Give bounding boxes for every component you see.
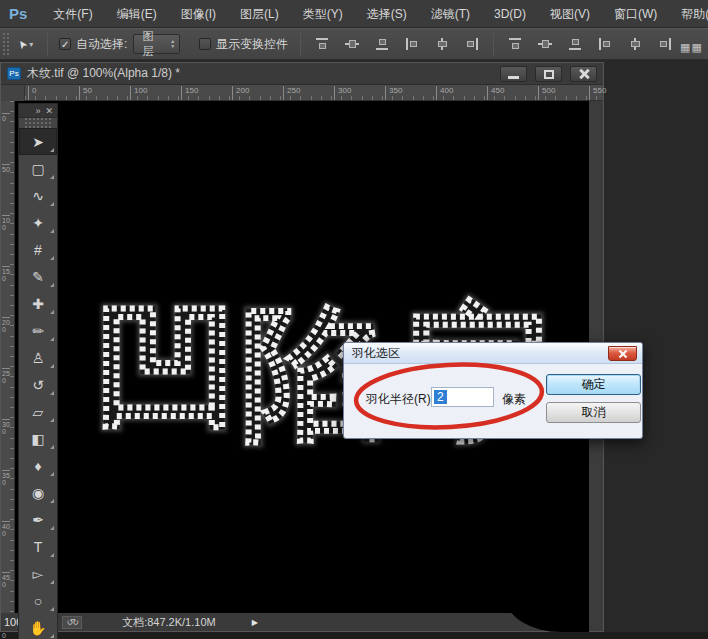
dialog-title: 羽化选区 <box>352 345 400 362</box>
ruler-tick-label: 400 <box>436 86 453 100</box>
distribute-icons <box>500 37 680 51</box>
path-selection-tool[interactable]: ▻ <box>19 560 57 587</box>
ruler-tick-label: 0 <box>28 86 36 100</box>
align-left-edges-icon[interactable] <box>404 37 420 51</box>
ruler-tick-label: 50 <box>79 86 92 100</box>
updown-arrows-icon: ▲▼ <box>170 39 175 49</box>
brush-tool[interactable]: ✏ <box>19 317 57 344</box>
ruler-tick-label: 200 <box>2 317 10 333</box>
canvas-char-selection: 凹 <box>94 292 239 454</box>
quick-selection-tool[interactable]: ✦ <box>19 209 57 236</box>
move-tool-icon: ➤ <box>15 36 31 51</box>
distribute-right-edges-icon[interactable] <box>657 37 673 51</box>
menu-select[interactable]: 选择(S) <box>355 0 419 28</box>
hand-tool[interactable]: ✋ <box>19 614 57 639</box>
tool-icon: ◧ <box>31 431 44 447</box>
clone-stamp-tool[interactable]: ♙ <box>19 344 57 371</box>
collapse-panel-icon[interactable]: » <box>35 106 40 116</box>
menu-image[interactable]: 图像(I) <box>169 0 228 28</box>
cancel-button[interactable]: 取消 <box>546 402 641 423</box>
ok-button[interactable]: 确定 <box>546 374 641 395</box>
align-vertical-centers-icon[interactable] <box>344 37 360 51</box>
tool-icon: ✦ <box>32 215 44 231</box>
tool-icon: ↺ <box>32 377 44 393</box>
ruler-tick-label: 150 <box>181 86 198 100</box>
ruler-tick-label: 50 <box>2 164 10 173</box>
document-titlebar[interactable]: Ps 木纹.tif @ 100%(Alpha 1/8) * <box>1 63 603 85</box>
show-transform-checkbox[interactable] <box>199 38 211 50</box>
distribute-vertical-centers-icon[interactable] <box>537 37 553 51</box>
pen-tool[interactable]: ✒ <box>19 506 57 533</box>
auto-select-checkbox[interactable]: ✓ <box>59 38 71 50</box>
healing-brush-tool[interactable]: ✚ <box>19 290 57 317</box>
tool-icon: ◉ <box>32 485 44 501</box>
dialog-close-button[interactable] <box>608 346 637 361</box>
feather-selection-dialog: 羽化选区 羽化半径(R): 2 像素 确定 取消 <box>343 342 643 439</box>
tool-icon: # <box>34 242 42 258</box>
close-icon <box>578 68 590 80</box>
menu-help[interactable]: 帮助(H) <box>669 0 708 28</box>
blur-tool[interactable]: ♦ <box>19 452 57 479</box>
divider <box>300 32 301 56</box>
menu-edit[interactable]: 编辑(E) <box>105 0 169 28</box>
dialog-titlebar[interactable]: 羽化选区 <box>344 343 642 364</box>
align-horizontal-centers-icon[interactable] <box>434 37 450 51</box>
close-button[interactable] <box>570 66 597 82</box>
auto-align-layers-icon[interactable] <box>680 37 696 51</box>
auto-select-target-dropdown[interactable]: 图层 ▲▼ <box>133 34 180 54</box>
history-brush-tool[interactable]: ↺ <box>19 371 57 398</box>
auto-select-label: 自动选择: <box>76 36 127 53</box>
document-size-info: 文档:847.2K/1.10M <box>122 615 216 630</box>
show-transform-label: 显示变换控件 <box>216 36 288 53</box>
align-right-edges-icon[interactable] <box>464 37 480 51</box>
close-panel-icon[interactable]: ✕ <box>45 106 53 116</box>
gradient-tool[interactable]: ◧ <box>19 425 57 452</box>
tool-icon: ▢ <box>31 161 44 177</box>
menu-filter[interactable]: 滤镜(T) <box>419 0 482 28</box>
distribute-bottom-edges-icon[interactable] <box>567 37 583 51</box>
tool-icon: ♙ <box>32 350 45 366</box>
panel-grip[interactable] <box>25 118 51 128</box>
lasso-tool[interactable]: ∿ <box>19 182 57 209</box>
move-tool[interactable]: ➤ <box>19 128 57 155</box>
status-bar: 100% ↺↻ 文档:847.2K/1.10M ▶ <box>1 613 541 631</box>
distribute-top-edges-icon[interactable] <box>507 37 523 51</box>
divider <box>493 32 494 56</box>
close-icon <box>619 350 627 358</box>
tool-icon: ✏ <box>32 323 44 339</box>
tool-options-bar: ➤ ▾ ✓ 自动选择: 图层 ▲▼ 显示变换控件 <box>0 28 708 60</box>
ellipse-tool[interactable]: ○ <box>19 587 57 614</box>
menu-view[interactable]: 视图(V) <box>538 0 602 28</box>
menu-layer[interactable]: 图层(L) <box>228 0 291 28</box>
feather-radius-input[interactable]: 2 <box>431 387 494 407</box>
menu-items: 文件(F)编辑(E)图像(I)图层(L)类型(Y)选择(S)滤镜(T)3D(D)… <box>41 0 708 28</box>
ruler-tick-label: 400 <box>2 521 10 537</box>
ruler-tick-label: 250 <box>2 368 10 384</box>
distribute-left-edges-icon[interactable] <box>597 37 613 51</box>
type-tool[interactable]: T <box>19 533 57 560</box>
tool-icon: ✒ <box>32 512 44 528</box>
align-top-edges-icon[interactable] <box>314 37 330 51</box>
dodge-tool[interactable]: ◉ <box>19 479 57 506</box>
minimize-icon <box>508 76 519 79</box>
distribute-horizontal-centers-icon[interactable] <box>627 37 643 51</box>
menu-type[interactable]: 类型(Y) <box>291 0 355 28</box>
options-grip <box>2 32 10 56</box>
status-icon: ↺↻ <box>62 616 82 629</box>
tool-icon: ▱ <box>33 404 44 420</box>
menu-3d[interactable]: 3D(D) <box>482 0 538 28</box>
menu-window[interactable]: 窗口(W) <box>602 0 669 28</box>
minimize-button[interactable] <box>500 66 527 82</box>
menu-file[interactable]: 文件(F) <box>41 0 104 28</box>
tool-icon: ✎ <box>32 269 44 285</box>
document-tab-icon: Ps <box>7 67 21 80</box>
ruler-tick-label: 100 <box>2 215 10 231</box>
maximize-button[interactable] <box>535 66 562 82</box>
status-expand-arrow-icon[interactable]: ▶ <box>252 618 258 627</box>
crop-tool[interactable]: # <box>19 236 57 263</box>
tool-icon: ✚ <box>32 296 44 312</box>
rect-marquee-tool[interactable]: ▢ <box>19 155 57 182</box>
eyedropper-tool[interactable]: ✎ <box>19 263 57 290</box>
eraser-tool[interactable]: ▱ <box>19 398 57 425</box>
align-bottom-edges-icon[interactable] <box>374 37 390 51</box>
